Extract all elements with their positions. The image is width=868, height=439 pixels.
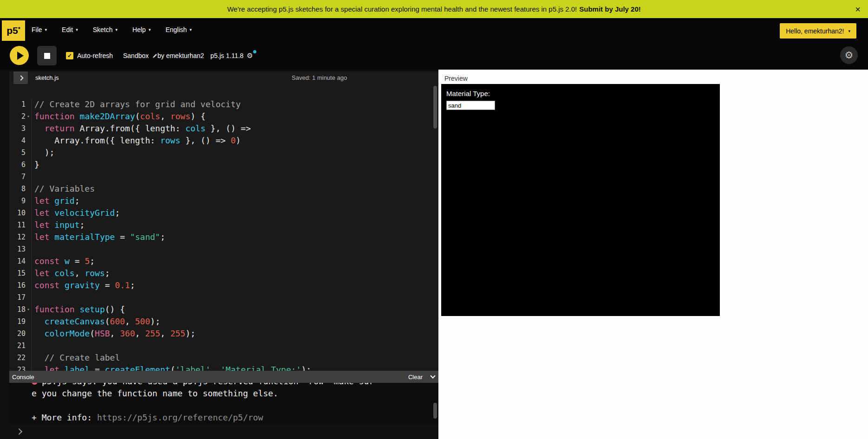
chevron-down-icon: ▾ — [189, 27, 192, 32]
console-clear-button[interactable]: Clear — [408, 374, 423, 381]
fold-gutter — [26, 279, 32, 291]
stop-button[interactable] — [37, 46, 57, 65]
fold-gutter — [26, 183, 32, 195]
code-text: function setup() { — [32, 303, 125, 316]
console-line: p5.js says: you have used a p5.js reserv… — [32, 383, 438, 387]
code-editor[interactable]: 1// Create 2D arrays for grid and veloci… — [9, 84, 438, 371]
code-line: 3 return Array.from({ length: cols }, ()… — [9, 123, 438, 135]
console-scrollbar[interactable] — [433, 403, 437, 419]
line-number: 7 — [9, 171, 26, 183]
console-input-row[interactable] — [9, 424, 438, 439]
project-name[interactable]: Sandbox — [123, 52, 149, 59]
prompt-chevron-icon — [16, 428, 22, 435]
sketch-canvas: Material Type: — [441, 84, 720, 316]
editor-scrollbar[interactable] — [433, 86, 437, 129]
fold-gutter — [26, 243, 32, 255]
code-line: 22 // Create label — [9, 352, 438, 364]
collapse-console-icon[interactable] — [430, 373, 435, 378]
menu-sketch[interactable]: Sketch ▾ — [93, 26, 117, 33]
code-text: } — [32, 159, 39, 171]
auto-refresh-checkbox[interactable]: ✓ — [66, 52, 73, 59]
code-text: const gravity = 0.1; — [32, 279, 135, 291]
code-text: let label = createElement('label', 'Mate… — [32, 364, 311, 371]
code-text: // Create 2D arrays for grid and velocit… — [32, 98, 241, 110]
play-button[interactable] — [10, 46, 29, 65]
code-line: 21 — [9, 340, 438, 352]
close-icon[interactable]: × — [855, 5, 861, 14]
code-text — [32, 291, 34, 303]
line-number: 19 — [9, 316, 26, 328]
line-number: 4 — [9, 135, 26, 147]
line-number: 23 — [9, 364, 26, 371]
line-number: 6 — [9, 159, 26, 171]
notification-dot — [253, 50, 256, 53]
code-text: ); — [32, 147, 54, 159]
code-line: 9let grid; — [9, 195, 438, 207]
p5-logo[interactable]: p5* — [2, 20, 25, 41]
menu-language[interactable]: English ▾ — [165, 26, 191, 33]
fold-arrow-icon[interactable]: ▾ — [26, 110, 32, 123]
p5-version-label[interactable]: p5.js 1.11.8 — [210, 52, 243, 59]
gear-icon: ⚙ — [845, 50, 854, 61]
line-number: 9 — [9, 195, 26, 207]
chevron-down-icon: ▾ — [149, 27, 151, 32]
code-text: Array.from({ length: rows }, () => 0) — [32, 135, 241, 147]
project-author[interactable]: by emekturhan2 — [157, 52, 204, 59]
editor-column: sketch.js Saved: 1 minute ago 1// Create… — [0, 70, 438, 439]
play-icon — [17, 52, 24, 60]
console-line: e you change the function name to someth… — [32, 387, 438, 400]
banner-cta[interactable]: Submit by July 20! — [579, 5, 641, 13]
code-text: return Array.from({ length: cols }, () =… — [32, 123, 251, 135]
preview-panel: Preview Material Type: — [438, 70, 868, 439]
fold-gutter — [26, 219, 32, 231]
code-line: 6} — [9, 159, 438, 171]
line-number: 17 — [9, 291, 26, 303]
chevron-down-icon: ▾ — [45, 27, 47, 32]
fold-gutter — [26, 147, 32, 159]
line-number: 16 — [9, 279, 26, 291]
line-number: 14 — [9, 255, 26, 267]
file-tab-bar: sketch.js Saved: 1 minute ago — [9, 71, 438, 84]
fold-gutter — [26, 291, 32, 303]
account-button[interactable]: Hello, emekturhan2! ▾ — [780, 23, 856, 39]
line-number: 2 — [9, 110, 26, 123]
code-line: 18▾function setup() { — [9, 303, 438, 316]
code-line: 13 — [9, 243, 438, 255]
code-line: 7 — [9, 171, 438, 183]
line-number: 10 — [9, 207, 26, 219]
settings-button[interactable]: ⚙ — [840, 46, 858, 64]
line-number: 11 — [9, 219, 26, 231]
code-text: // Create label — [32, 352, 120, 364]
fold-gutter — [26, 328, 32, 340]
library-settings-gear-icon[interactable]: ⚙ — [247, 52, 253, 60]
code-text: let velocityGrid; — [32, 207, 120, 219]
tab-sketch-js[interactable]: sketch.js — [35, 71, 59, 84]
toolbar: ✓ Auto-refresh Sandbox by emekturhan2 p5… — [0, 41, 868, 70]
code-line: 4 Array.from({ length: rows }, () => 0) — [9, 135, 438, 147]
fold-gutter — [26, 123, 32, 135]
code-text: function make2DArray(cols, rows) { — [32, 110, 206, 123]
fold-gutter — [26, 316, 32, 328]
announcement-banner: We're accepting p5.js sketches for a spe… — [0, 0, 868, 18]
code-line: 15let cols, rows; — [9, 267, 438, 279]
menu-file[interactable]: File ▾ — [32, 26, 47, 33]
fold-gutter — [26, 231, 32, 243]
code-text — [32, 171, 34, 183]
menu-help[interactable]: Help ▾ — [132, 26, 150, 33]
chevron-down-icon: ▾ — [848, 29, 850, 33]
code-line: 23 let label = createElement('label', 'M… — [9, 364, 438, 371]
console-output[interactable]: p5.js says: you have used a p5.js reserv… — [9, 383, 438, 424]
chevron-down-icon: ▾ — [76, 27, 78, 32]
console-lines: p5.js says: you have used a p5.js reserv… — [9, 383, 438, 424]
chevron-down-icon: ▾ — [116, 27, 118, 32]
fold-arrow-icon[interactable]: ▾ — [26, 303, 32, 316]
code-line: 14const w = 5; — [9, 255, 438, 267]
code-line: 11let input; — [9, 219, 438, 231]
code-line: 17 — [9, 291, 438, 303]
expand-sidebar-button[interactable] — [13, 71, 28, 84]
menubar: p5* File ▾ Edit ▾ Sketch ▾ Help ▾ Englis… — [0, 18, 868, 41]
fold-gutter — [26, 267, 32, 279]
menu-edit[interactable]: Edit ▾ — [62, 26, 78, 33]
material-type-input[interactable] — [446, 101, 495, 110]
fold-gutter — [26, 207, 32, 219]
